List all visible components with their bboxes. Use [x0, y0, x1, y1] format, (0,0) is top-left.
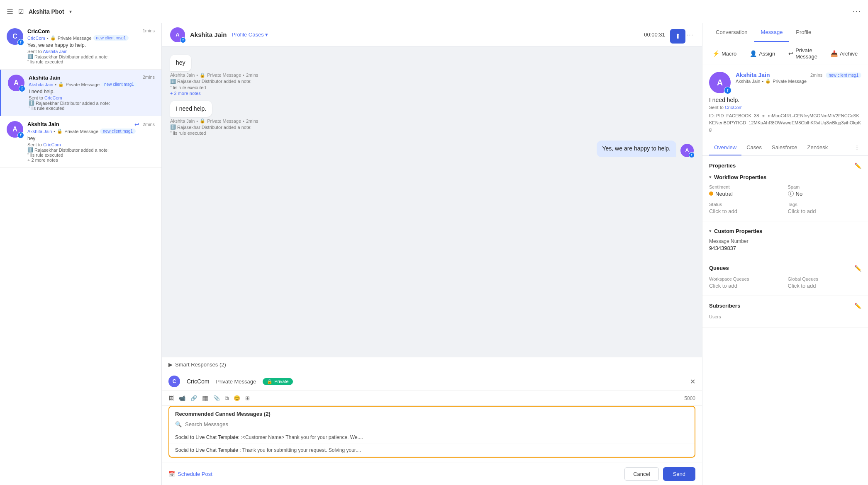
info-icon: ℹ️	[170, 124, 176, 130]
message-bubble: Yes, we are happy to help.	[597, 141, 677, 157]
conv-sub-name[interactable]: Akshita Jain	[29, 82, 53, 87]
message-note: ℹ️ Rajasekhar Distributor added a note:	[170, 124, 251, 130]
archive-label: Archive	[840, 51, 858, 57]
subscribers-title: Subscribers ✏️	[709, 303, 861, 309]
subscribers-edit-icon[interactable]: ✏️	[854, 303, 861, 309]
video-icon[interactable]: 📹	[179, 395, 185, 401]
attachment-icon[interactable]: 📎	[213, 395, 220, 401]
link-icon[interactable]: 🔗	[190, 395, 197, 401]
more-options-icon[interactable]: ···	[687, 32, 694, 38]
contact-avatar-large: A f	[709, 72, 731, 93]
image-icon[interactable]: 🖼	[168, 395, 174, 401]
sent-to-link[interactable]: CricCom	[725, 105, 743, 110]
dropdown-arrow-icon[interactable]: ▾	[69, 9, 72, 15]
tab-cases[interactable]: Cases	[741, 140, 767, 155]
overview-tabs: Overview Cases Salesforce Zendesk ⋮	[702, 140, 868, 156]
contact-row: A f Akshita Jain 2mins new client msg1 A…	[709, 72, 861, 93]
tab-overview[interactable]: Overview	[709, 140, 741, 155]
sentiment-dot-icon	[709, 192, 713, 196]
custom-properties-toggle[interactable]: ▾ Custom Properties	[709, 228, 861, 234]
macro-button[interactable]: ⚡ Macro	[709, 48, 740, 58]
chevron-down-icon: ▾	[709, 228, 712, 234]
composer-private-badge: 🔒 Private	[263, 378, 293, 385]
more-toolbar-icon[interactable]: ⊞	[245, 395, 250, 401]
reply-icon: ↩	[788, 50, 793, 57]
smart-responses[interactable]: ▶ Smart Responses (2)	[162, 357, 702, 372]
smart-responses-label: Smart Responses (2)	[175, 361, 226, 368]
note-author: Rajasekhar Distributor	[36, 101, 81, 106]
conv-note: ℹ️ Rajasekhar Distributor added a note:	[27, 147, 155, 153]
conv-sub-type: Private Message	[66, 82, 100, 87]
sent-to-link[interactable]: CricCom	[44, 95, 62, 100]
conv-sub-name[interactable]: CricCom	[27, 36, 45, 41]
archive-button[interactable]: 📥 Archive	[827, 48, 861, 58]
canned-search-input[interactable]	[185, 421, 689, 427]
workflow-properties-toggle[interactable]: ▾ Workflow Properties	[709, 174, 861, 180]
conversation-item-akshita-hey[interactable]: A f Akshita Jain ↩ 2mins Akshita Jain • …	[0, 116, 161, 168]
composer-close-button[interactable]: ✕	[690, 378, 695, 386]
queues-edit-icon[interactable]: ✏️	[854, 265, 861, 272]
status-value[interactable]: Click to add	[709, 208, 783, 214]
conv-content-hey: Akshita Jain ↩ 2mins Akshita Jain • 🔒 Pr…	[27, 121, 155, 162]
tab-profile[interactable]: Profile	[789, 23, 818, 42]
lock-icon: 🔒	[58, 82, 64, 87]
properties-section: Properties ✏️ ▾ Workflow Properties Sent…	[702, 156, 868, 221]
calendar-icon: 📅	[168, 471, 175, 477]
prop-status: Status Click to add	[709, 202, 783, 214]
app-name: Akshita Pbot	[29, 8, 64, 15]
properties-edit-icon[interactable]: ✏️	[854, 162, 861, 169]
archive-icon: 📥	[831, 50, 838, 57]
tab-message[interactable]: Message	[754, 23, 790, 42]
macro-label: Macro	[722, 51, 736, 57]
private-message-button[interactable]: ↩ Private Message	[785, 46, 821, 61]
message-text: hey	[176, 59, 185, 66]
new-client-badge: new client msg1	[100, 129, 136, 134]
copy-icon[interactable]: ⧉	[225, 395, 229, 402]
canned-text-1: :<Customer Name> Thank you for your pati…	[241, 434, 363, 440]
composer-contact-avatar: C	[168, 376, 180, 387]
schedule-post-button[interactable]: 📅 Schedule Post	[168, 471, 212, 477]
conversation-item-criccom[interactable]: C f CricCom 1mins CricCom • 🔒 Private Me…	[0, 23, 161, 70]
macro-icon: ⚡	[712, 50, 719, 57]
canned-header: Recommended Canned Messages (2)	[169, 407, 695, 420]
tags-value[interactable]: Click to add	[788, 208, 862, 214]
sent-to-link[interactable]: Akshita Jain	[43, 49, 67, 54]
canned-item-1[interactable]: Social to Live Chat Template: :<Customer…	[169, 431, 695, 444]
message-sender: Akshita Jain	[170, 73, 195, 78]
conv-note: ℹ️ Rajasekhar Distributor added a note:	[29, 100, 155, 106]
cancel-button[interactable]: Cancel	[624, 467, 658, 481]
hamburger-icon[interactable]: ☰	[7, 7, 13, 16]
emoji-icon[interactable]: 😊	[234, 395, 240, 401]
more-options-icon[interactable]: ···	[853, 7, 861, 16]
profile-cases-link[interactable]: Profile Cases ▾	[232, 32, 268, 38]
canned-item-2[interactable]: Social to Live Chat Template : Thank you…	[169, 444, 695, 457]
more-notes[interactable]: + 2 more notes	[27, 158, 155, 162]
assign-button[interactable]: 👤 Assign	[746, 48, 778, 58]
more-tabs-icon[interactable]: ⋮	[853, 140, 861, 155]
contact-name-link[interactable]: Akshita Jain	[736, 72, 770, 78]
contact-details: Akshita Jain 2mins new client msg1 Akshi…	[736, 72, 861, 84]
lock-icon: 🔒	[57, 129, 63, 134]
note-author: Rajasekhar Distributor	[177, 125, 222, 130]
checkbox-icon: ☑	[18, 8, 24, 15]
avatar-criccom: C f	[7, 28, 23, 45]
more-notes-link[interactable]: + 2 more notes	[170, 91, 201, 96]
contact-sub: Akshita Jain • 🔒 Private Message	[736, 78, 861, 84]
sentiment-label: Sentiment	[709, 184, 783, 189]
send-button[interactable]: Send	[663, 467, 695, 481]
info-icon: ℹ️	[29, 100, 34, 106]
conv-message: I need help.	[29, 89, 155, 95]
info-icon: ℹ️	[170, 79, 176, 84]
tab-conversation[interactable]: Conversation	[709, 23, 754, 42]
reply-icon: ↩	[134, 121, 139, 128]
sent-to-link[interactable]: CricCom	[43, 142, 61, 147]
workspace-queues-value[interactable]: Click to add	[709, 283, 783, 289]
conv-sub-name[interactable]: Akshita Jain	[27, 129, 52, 134]
right-actions: ⚡ Macro 👤 Assign ↩ Private Message 📥 Arc…	[702, 42, 868, 65]
table-icon[interactable]: ▦	[202, 394, 208, 402]
global-queues-value[interactable]: Click to add	[788, 283, 862, 289]
tab-zendesk[interactable]: Zendesk	[802, 140, 833, 155]
conv-name: Akshita Jain	[29, 75, 61, 81]
conversation-item-akshita-active[interactable]: A f Akshita Jain 2mins Akshita Jain • 🔒 …	[0, 70, 161, 116]
tab-salesforce[interactable]: Salesforce	[767, 140, 802, 155]
